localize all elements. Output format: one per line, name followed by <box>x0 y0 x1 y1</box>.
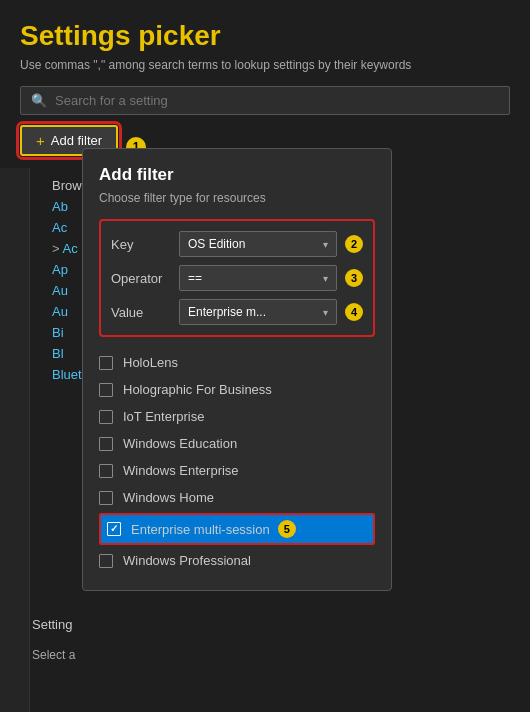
checkbox-holographic[interactable]: ✓ <box>99 383 113 397</box>
main-page: Settings picker Use commas "," among sea… <box>0 0 530 712</box>
list-item-enterprise-multi[interactable]: ✓ Enterprise multi-session 5 <box>99 513 375 545</box>
checkbox-list: ✓ HoloLens ✓ Holographic For Business ✓ … <box>99 349 375 574</box>
search-bar[interactable]: 🔍 <box>20 86 510 115</box>
item-label-enterprise-multi: Enterprise multi-session <box>131 522 270 537</box>
step-4-badge: 4 <box>345 303 363 321</box>
step-5-badge: 5 <box>278 520 296 538</box>
sidebar-stub <box>0 168 30 712</box>
list-item-holographic[interactable]: ✓ Holographic For Business <box>99 376 375 403</box>
checkbox-win-edu[interactable]: ✓ <box>99 437 113 451</box>
operator-select[interactable]: == ▾ <box>179 265 337 291</box>
filter-section: Key OS Edition ▾ 2 Operator == ▾ 3 <box>99 219 375 337</box>
value-row: Value Enterprise m... ▾ 4 <box>111 299 363 325</box>
checkbox-win-pro[interactable]: ✓ <box>99 554 113 568</box>
item-label-win-edu: Windows Education <box>123 436 237 451</box>
list-item-holoLens[interactable]: ✓ HoloLens <box>99 349 375 376</box>
page-subtitle: Use commas "," among search terms to loo… <box>20 58 510 72</box>
item-label-win-ent: Windows Enterprise <box>123 463 239 478</box>
checkbox-iot[interactable]: ✓ <box>99 410 113 424</box>
panel-subtitle: Choose filter type for resources <box>99 191 375 205</box>
value-chevron-icon: ▾ <box>323 307 328 318</box>
value-select[interactable]: Enterprise m... ▾ <box>179 299 337 325</box>
checkbox-win-ent[interactable]: ✓ <box>99 464 113 478</box>
search-input[interactable] <box>55 93 499 108</box>
operator-row: Operator == ▾ 3 <box>111 265 363 291</box>
key-chevron-icon: ▾ <box>323 239 328 250</box>
list-item-win-home[interactable]: ✓ Windows Home <box>99 484 375 511</box>
checkbox-enterprise-multi[interactable]: ✓ <box>107 522 121 536</box>
operator-value: == <box>188 271 202 285</box>
value-label: Value <box>111 305 179 320</box>
operator-label: Operator <box>111 271 179 286</box>
item-label-holoLens: HoloLens <box>123 355 178 370</box>
check-icon: ✓ <box>110 524 118 534</box>
list-item-win-ent[interactable]: ✓ Windows Enterprise <box>99 457 375 484</box>
add-filter-panel: Add filter Choose filter type for resour… <box>82 148 392 591</box>
value-value: Enterprise m... <box>188 305 266 319</box>
list-item-iot[interactable]: ✓ IoT Enterprise <box>99 403 375 430</box>
page-title: Settings picker <box>20 20 510 52</box>
settings-label: Setting <box>32 617 72 632</box>
settings-select-label: Select a <box>32 648 75 662</box>
plus-icon: + <box>36 132 45 149</box>
item-label-win-home: Windows Home <box>123 490 214 505</box>
list-item-win-pro[interactable]: ✓ Windows Professional <box>99 547 375 574</box>
item-label-iot: IoT Enterprise <box>123 409 204 424</box>
key-value: OS Edition <box>188 237 245 251</box>
add-filter-label: Add filter <box>51 133 102 148</box>
key-row: Key OS Edition ▾ 2 <box>111 231 363 257</box>
key-select[interactable]: OS Edition ▾ <box>179 231 337 257</box>
checkbox-holoLens[interactable]: ✓ <box>99 356 113 370</box>
checkbox-win-home[interactable]: ✓ <box>99 491 113 505</box>
operator-chevron-icon: ▾ <box>323 273 328 284</box>
item-label-holographic: Holographic For Business <box>123 382 272 397</box>
key-label: Key <box>111 237 179 252</box>
panel-title: Add filter <box>99 165 375 185</box>
step-2-badge: 2 <box>345 235 363 253</box>
step-3-badge: 3 <box>345 269 363 287</box>
item-label-win-pro: Windows Professional <box>123 553 251 568</box>
search-icon: 🔍 <box>31 93 47 108</box>
list-item-win-edu[interactable]: ✓ Windows Education <box>99 430 375 457</box>
